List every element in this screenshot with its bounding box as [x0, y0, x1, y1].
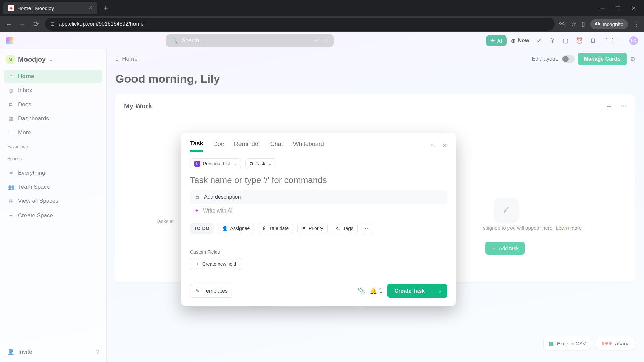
create-task-dropdown[interactable]: ⌄	[432, 284, 447, 298]
new-button[interactable]: ⊕ New	[511, 37, 529, 44]
minimize-icon[interactable]: —	[599, 5, 606, 11]
sidebar-item-dashboards[interactable]: ▦ Dashboards	[4, 112, 102, 125]
app-logo-icon[interactable]	[6, 37, 13, 44]
incognito-label: Incognito	[603, 21, 623, 27]
templates-label: Templates	[203, 288, 228, 294]
tab-task[interactable]: Task	[190, 140, 203, 152]
search-shortcut: Ctrl+K	[315, 38, 328, 43]
add-description-button[interactable]: 🗎 Add description	[190, 190, 447, 204]
sidebar-item-label: Home	[18, 73, 34, 80]
tab-reminder[interactable]: Reminder	[234, 141, 260, 151]
learn-more-link[interactable]: Learn more	[556, 225, 582, 231]
edit-layout-toggle[interactable]	[562, 55, 575, 63]
maximize-icon[interactable]: ☐	[614, 5, 621, 11]
templates-button[interactable]: ✎ Templates	[190, 284, 233, 298]
sidebar-item-docs[interactable]: 🗎 Docs	[4, 98, 102, 111]
tags-pill[interactable]: 🏷 Tags	[332, 223, 358, 234]
create-task-button[interactable]: Create Task	[387, 284, 432, 298]
bookmark-icon[interactable]: ☆	[571, 20, 576, 28]
sidebar-nav: ⌂ Home ⊕ Inbox 🗎 Docs ▦ Dashboards ⋯	[4, 70, 102, 139]
status-pill[interactable]: TO DO	[190, 223, 214, 234]
new-tab-button[interactable]: ＋	[102, 3, 109, 13]
close-tab-icon[interactable]: ✕	[88, 5, 93, 11]
check-circle-icon[interactable]: ✔	[537, 37, 542, 44]
list-selector[interactable]: L Personal List ⌄	[190, 158, 241, 169]
sidebar-item-label: Dashboards	[18, 115, 49, 122]
sidebar-item-more[interactable]: ⋯ More	[4, 126, 102, 139]
sidebar-item-everything[interactable]: ✶ Everything	[4, 166, 102, 180]
site-info-icon[interactable]: ⊡	[50, 21, 55, 27]
sidebar-item-view-all-spaces[interactable]: ⊞ View all Spaces	[4, 194, 102, 208]
chevron-down-icon: ⌄	[233, 161, 237, 166]
ai-button[interactable]: ✦ AI	[486, 35, 507, 46]
minimize-modal-icon[interactable]: ⤡	[431, 142, 436, 149]
incognito-badge[interactable]: 🕶 Incognito	[590, 19, 628, 29]
global-search[interactable]: 🔍 Search... Ctrl+K	[166, 34, 334, 47]
add-task-button[interactable]: ＋ Add task	[485, 242, 525, 255]
chevron-down-icon: ⌄	[268, 161, 272, 166]
assignee-pill[interactable]: 👤 Assignee	[218, 223, 254, 234]
type-selector[interactable]: Task ⌄	[245, 158, 276, 169]
back-icon[interactable]: ←	[5, 20, 13, 28]
modal-footer: ✎ Templates 📎 🔔 1 Create Task ⌄	[190, 284, 447, 298]
close-window-icon[interactable]: ✕	[630, 5, 637, 11]
workspace-selector[interactable]: M Moodjoy ⌄	[4, 52, 102, 66]
task-name-input[interactable]	[190, 175, 447, 185]
more-properties-button[interactable]: ⋯	[362, 223, 373, 234]
attach-button[interactable]: 📎	[358, 287, 365, 295]
favorites-label: Favorites	[7, 144, 25, 149]
flag-icon: ⚑	[302, 226, 306, 231]
tab-doc[interactable]: Doc	[213, 141, 224, 151]
reload-icon[interactable]: ⟳	[32, 20, 40, 28]
tab-chat[interactable]: Chat	[270, 141, 283, 151]
close-modal-icon[interactable]: ✕	[442, 142, 447, 149]
priority-pill[interactable]: ⚑ Priority	[297, 223, 328, 234]
write-with-ai-button[interactable]: ✦ Write with AI	[190, 204, 447, 217]
forward-icon[interactable]: →	[18, 20, 27, 28]
sidebar-item-create-space[interactable]: ＋ Create Space	[4, 208, 102, 222]
gear-icon[interactable]: ⚙	[630, 55, 635, 63]
browser-tab[interactable]: ◆ Home | Moodjoy ✕	[3, 2, 97, 14]
tab-whiteboard[interactable]: Whiteboard	[293, 141, 324, 151]
sidebar-item-inbox[interactable]: ⊕ Inbox	[4, 84, 102, 97]
manage-cards-button[interactable]: Manage Cards	[578, 53, 627, 65]
due-date-pill[interactable]: 🗓 Due date	[258, 223, 293, 234]
sparkle-icon: ✦	[491, 38, 495, 44]
modal-tab-row: Task Doc Reminder Chat Whiteboard ⤡ ✕	[190, 140, 447, 152]
video-icon[interactable]: ▢	[562, 37, 568, 44]
custom-fields-label: Custom Fields	[190, 249, 447, 255]
add-icon[interactable]: ＋	[606, 102, 612, 111]
import-excel-csv[interactable]: ▦ Excel & CSV	[543, 337, 592, 350]
url-bar[interactable]: ⊡ app.clickup.com/9016164592/home	[45, 18, 555, 31]
everything-icon: ✶	[8, 170, 14, 176]
app-topbar: 🔍 Search... Ctrl+K ✦ AI ⊕ New ✔ 🗑 ▢ ⏰ 🗒 …	[0, 32, 644, 49]
sidebar-item-home[interactable]: ⌂ Home	[4, 70, 102, 83]
import-asana[interactable]: asana	[596, 337, 635, 350]
ai-label: AI	[497, 38, 502, 44]
breadcrumb-row: ⌂ Home Edit layout: Manage Cards ⚙	[115, 49, 635, 69]
alarm-icon[interactable]: ⏰	[576, 37, 583, 44]
window-controls: — ☐ ✕	[599, 5, 641, 11]
favorites-section[interactable]: Favorites ›	[4, 139, 102, 151]
asana-label: asana	[615, 341, 630, 346]
sidebar-item-team-space[interactable]: 👥 Team Space	[4, 180, 102, 194]
tags-label: Tags	[343, 226, 354, 231]
panel-icon[interactable]: ▯	[582, 20, 585, 28]
invite-icon: 👤	[7, 348, 14, 355]
empty-state-icon: ✓	[494, 198, 518, 222]
create-new-field-button[interactable]: ＋ Create new field	[190, 258, 241, 270]
help-icon[interactable]: ?	[96, 349, 99, 355]
notepad-icon[interactable]: 🗒	[590, 37, 596, 44]
spreadsheet-icon: ▦	[549, 340, 554, 346]
browser-menu-icon[interactable]: ⋮	[633, 20, 639, 28]
invite-button[interactable]: Invite	[18, 349, 32, 355]
breadcrumb[interactable]: Home	[122, 56, 137, 62]
notif-count: 1	[379, 287, 382, 294]
empty-text-left: Tasks ar	[156, 218, 174, 224]
more-icon[interactable]: ⋯	[620, 102, 627, 111]
trash-icon[interactable]: 🗑	[549, 37, 555, 44]
tracking-icon[interactable]: 👁	[559, 21, 566, 28]
notifications-button[interactable]: 🔔 1	[370, 287, 382, 295]
apps-grid-icon[interactable]: ⋮⋮⋮	[604, 37, 622, 44]
avatar[interactable]: LG	[629, 36, 638, 45]
